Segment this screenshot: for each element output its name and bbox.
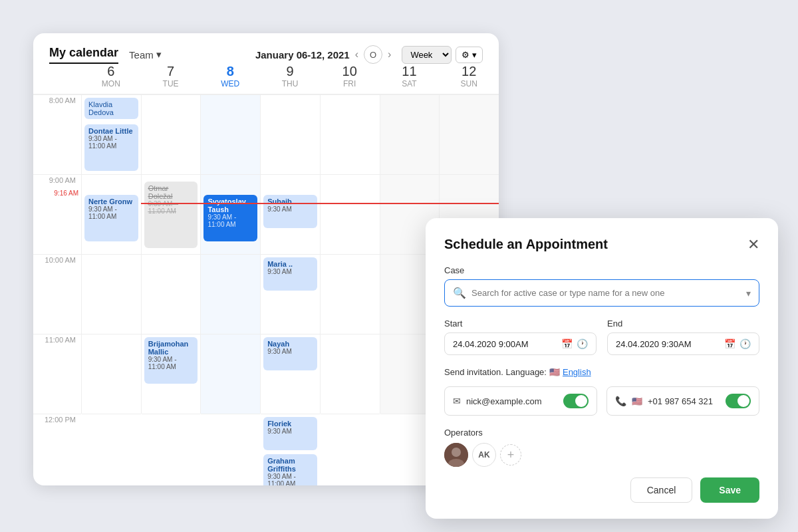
today-circle[interactable]: O xyxy=(364,45,382,64)
dialog-header: Schedule an Appointment ✕ xyxy=(444,237,759,252)
case-search-box[interactable]: 🔍 ▾ xyxy=(444,279,759,307)
end-input[interactable]: 24.04.2020 9:30AM 📅 🕐 xyxy=(607,332,759,355)
calendar-icon[interactable]: 📅 xyxy=(561,338,573,349)
day-col-thu: Suhaib 9:30 AM Maria .. 9:30 AM Nayah 9:… xyxy=(260,94,320,414)
nav-controls: January 06-12, 2021 ‹ O › xyxy=(255,45,391,64)
date-row: Start 24.04.2020 9:00AM 📅 🕐 End 24.04.20… xyxy=(444,319,759,355)
calendar-title: My calendar xyxy=(49,46,118,64)
end-label: End xyxy=(607,319,759,329)
email-contact: ✉ nick@example.com xyxy=(444,386,597,416)
start-input[interactable]: 24.04.2020 9:00AM 📅 🕐 xyxy=(444,332,597,355)
start-label: Start xyxy=(444,319,597,329)
start-date-icons: 📅 🕐 xyxy=(561,338,588,349)
day-header-tue: 7 TUE xyxy=(141,64,201,88)
time-label-8am: 8:00 AM xyxy=(33,94,81,174)
event-dontae[interactable]: Dontae Little 9:30 AM - 11:00 AM xyxy=(84,124,138,171)
event-suhaib[interactable]: Suhaib 9:30 AM xyxy=(263,195,317,228)
day-header-fri: 10 FRI xyxy=(320,64,380,88)
next-btn[interactable]: › xyxy=(388,49,391,61)
cancel-button[interactable]: Cancel xyxy=(630,477,693,503)
operator-avatar xyxy=(444,443,468,467)
phone-icon: 📞 xyxy=(615,396,626,406)
current-time-line xyxy=(141,203,499,204)
event-nayah[interactable]: Nayah 9:30 AM xyxy=(263,337,317,370)
add-operator-button[interactable]: + xyxy=(500,444,521,466)
email-value: nick@example.com xyxy=(466,396,542,406)
date-range[interactable]: January 06-12, 2021 xyxy=(255,49,350,61)
day-col-tue: Otmar Doležal 9:30 AM – 11:00 AM Brijamo… xyxy=(141,94,201,414)
event-klavdia[interactable]: Klavdia Dedova xyxy=(84,98,138,119)
day-header-thu: 9 THU xyxy=(260,64,320,88)
end-value: 24.04.2020 9:30AM xyxy=(616,339,720,349)
start-field: Start 24.04.2020 9:00AM 📅 🕐 xyxy=(444,319,597,355)
svg-point-1 xyxy=(452,448,461,457)
day-headers: 6 MON 7 TUE 8 WED 9 THU 10 FRI 11 SAT 12… xyxy=(33,64,499,94)
save-button[interactable]: Save xyxy=(700,477,759,503)
case-label: Case xyxy=(444,265,759,275)
appointment-dialog: Schedule an Appointment ✕ Case 🔍 ▾ Start… xyxy=(426,218,778,519)
day-header-sun: 12 SUN xyxy=(439,64,499,88)
end-field: End 24.04.2020 9:30AM 📅 🕐 xyxy=(607,319,759,355)
clock-icon[interactable]: 🕐 xyxy=(577,338,588,349)
event-nerte[interactable]: Nerte Gronw 9:30 AM - 11:00 AM xyxy=(84,195,138,241)
event-floriek[interactable]: Floriek 9:30 AM xyxy=(263,417,317,450)
email-toggle[interactable] xyxy=(563,394,589,408)
phone-toggle[interactable] xyxy=(726,394,751,408)
calendar-icon-end[interactable]: 📅 xyxy=(724,338,735,349)
language-link[interactable]: English xyxy=(563,367,591,377)
time-label-12pm: 12:00 PM xyxy=(33,414,81,485)
phone-contact: 📞 🇺🇸 +01 987 654 321 xyxy=(606,386,759,416)
day-col-fri xyxy=(320,94,380,414)
team-button[interactable]: Team ▾ xyxy=(129,49,162,61)
contact-row: ✉ nick@example.com 📞 🇺🇸 +01 987 654 321 xyxy=(444,386,759,416)
operators-list: AK + xyxy=(444,443,759,467)
operators-label: Operators xyxy=(444,428,759,438)
day-header-mon: 6 MON xyxy=(81,64,141,88)
time-label-9am: 9:00 AM 9:16 AM xyxy=(33,174,81,254)
view-controls: Week Day Month ⚙ ▾ xyxy=(402,46,483,64)
search-icon: 🔍 xyxy=(453,287,466,299)
day-header-sat: 11 SAT xyxy=(380,64,440,88)
time-label-10am: 10:00 AM xyxy=(33,254,81,334)
phone-flag: 🇺🇸 xyxy=(632,396,642,406)
event-brijamohan[interactable]: Brijamohan Mallic 9:30 AM - 11:00 AM xyxy=(144,337,198,384)
close-button[interactable]: ✕ xyxy=(747,237,759,252)
start-value: 24.04.2020 9:00AM xyxy=(453,339,557,349)
dialog-title: Schedule an Appointment xyxy=(444,237,608,252)
day-col-wed: Svyatoslav Taush 9:30 AM - 11:00 AM xyxy=(200,94,260,414)
email-icon: ✉ xyxy=(453,396,461,406)
calendar-header: My calendar Team ▾ January 06-12, 2021 ‹… xyxy=(33,33,499,64)
dialog-actions: Cancel Save xyxy=(444,477,759,503)
language-flag: 🇺🇸 xyxy=(549,367,560,377)
dropdown-icon[interactable]: ▾ xyxy=(746,288,751,299)
day-col-mon: Klavdia Dedova Dontae Little 9:30 AM - 1… xyxy=(81,94,141,414)
prev-btn[interactable]: ‹ xyxy=(355,49,358,61)
invitation-text: Send invitation. Language: xyxy=(444,367,547,377)
time-label-11am: 11:00 AM xyxy=(33,334,81,414)
operators-section: Operators AK + xyxy=(444,428,759,467)
event-graham[interactable]: Graham Griffiths 9:30 AM - 11:00 AM xyxy=(263,454,317,485)
phone-value: +01 987 654 321 xyxy=(648,396,713,406)
settings-button[interactable]: ⚙ ▾ xyxy=(456,47,483,63)
event-svyatoslav[interactable]: Svyatoslav Taush 9:30 AM - 11:00 AM xyxy=(203,195,257,241)
invitation-row: Send invitation. Language: 🇺🇸 English xyxy=(444,367,759,377)
clock-icon-end[interactable]: 🕐 xyxy=(739,338,751,349)
event-otmar[interactable]: Otmar Doležal 9:30 AM – 11:00 AM xyxy=(144,182,198,248)
view-select[interactable]: Week Day Month xyxy=(402,46,452,64)
event-maria[interactable]: Maria .. 9:30 AM xyxy=(263,257,317,291)
case-search-input[interactable] xyxy=(471,288,741,298)
end-date-icons: 📅 🕐 xyxy=(724,338,751,349)
day-header-wed: 8 WED xyxy=(200,64,260,88)
operator-initials: AK xyxy=(472,443,496,467)
